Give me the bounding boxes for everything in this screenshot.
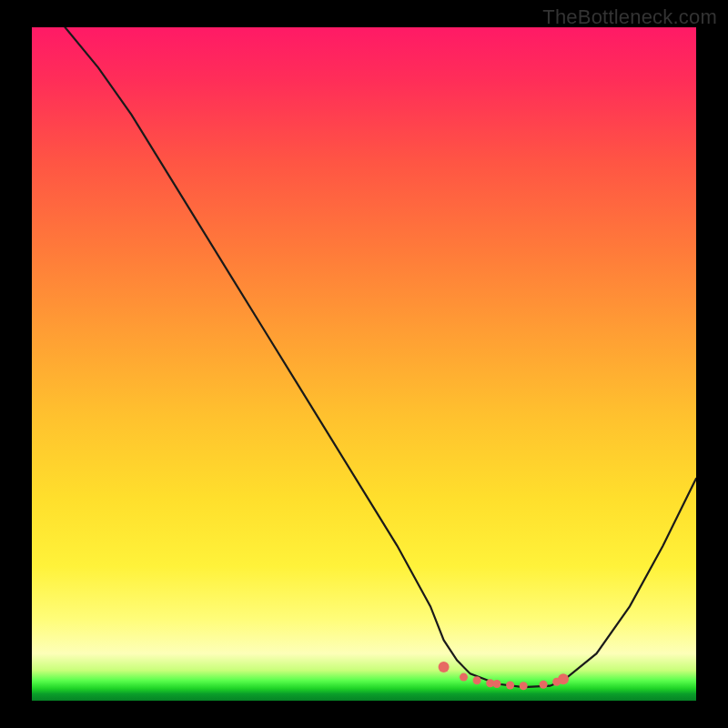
optimal-marker: [460, 673, 468, 682]
optimal-marker: [473, 676, 481, 684]
optimal-marker: [493, 680, 501, 688]
optimal-marker: [540, 681, 548, 689]
optimal-marker: [439, 662, 450, 672]
curve-layer: [32, 27, 696, 701]
optimal-marker: [520, 682, 528, 690]
optimal-marker: [506, 682, 514, 690]
bottleneck-curve: [66, 27, 697, 687]
chart-frame: TheBottleneck.com: [0, 0, 728, 728]
plot-area: [32, 27, 696, 701]
optimal-marker: [558, 673, 569, 684]
watermark-text: TheBottleneck.com: [542, 5, 717, 29]
